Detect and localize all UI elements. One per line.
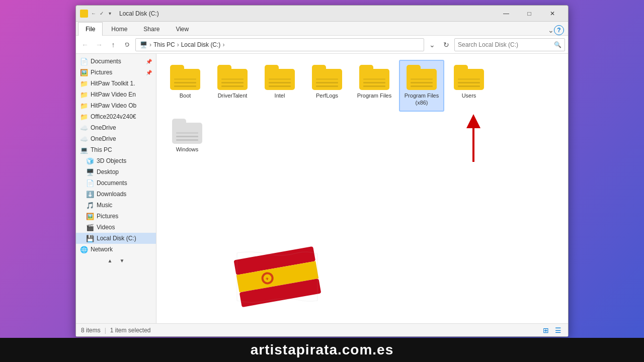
refresh-button[interactable]: ↻ — [440, 39, 452, 51]
file-area: Boot DriverTalent — [156, 54, 568, 323]
tab-home[interactable]: Home — [104, 22, 135, 36]
hitpaw-video-ob-icon: 📁 — [80, 102, 88, 110]
sidebar-item-documents[interactable]: 📄 Documents — [76, 177, 156, 189]
minimize-button[interactable]: — — [495, 6, 518, 22]
status-separator: | — [105, 327, 106, 334]
folder-program-files-icon — [359, 65, 389, 90]
ribbon-expand-icon[interactable]: ⌄ — [548, 26, 554, 34]
hitpaw-video-en-icon: 📁 — [80, 90, 88, 99]
ribbon: File Home Share View ⌄ ? — [76, 22, 568, 36]
sidebar-item-hitpaw-video-en[interactable]: 📁 HitPaw Video En — [76, 89, 156, 100]
folder-users-icon — [454, 65, 484, 90]
folder-drivertalent-label: DriverTalent — [218, 92, 248, 99]
file-explorer-window: ← ✓ ▾ Local Disk (C:) — □ ✕ File Home Sh… — [75, 5, 569, 337]
sidebar-item-videos[interactable]: 🎬 Videos — [76, 222, 156, 233]
pin-icon: 📌 — [146, 59, 152, 64]
close-button[interactable]: ✕ — [541, 6, 564, 22]
folder-program-files-x86[interactable]: Program Files(x86) — [399, 60, 444, 112]
sidebar-item-music[interactable]: 🎵 Music — [76, 200, 156, 211]
tab-file[interactable]: File — [78, 22, 103, 36]
sidebar-item-office2024[interactable]: 📁 Office2024v240€ — [76, 111, 156, 122]
forward-button[interactable]: → — [93, 39, 105, 51]
folder-perflogs[interactable]: PerfLogs — [304, 60, 350, 112]
sidebar-item-hitpaw-video-ob[interactable]: 📁 HitPaw Video Ob — [76, 100, 156, 111]
tab-share[interactable]: Share — [136, 22, 167, 36]
quick-access-toolbar: ← ✓ ▾ — [90, 10, 113, 17]
address-computer-icon: 🖥️ — [140, 41, 147, 48]
sidebar-item-downloads[interactable]: ⬇️ Downloads — [76, 189, 156, 200]
sidebar-label-pictures: Pictures — [97, 213, 118, 220]
sidebar-label-videos: Videos — [97, 224, 115, 231]
folder-program-files[interactable]: Program Files — [352, 60, 397, 112]
folder-program-files-x86-label: Program Files(x86) — [405, 92, 439, 107]
sidebar-item-this-pc[interactable]: 💻 This PC — [76, 144, 156, 155]
back-button[interactable]: ← — [79, 39, 91, 51]
window-controls: — □ ✕ — [495, 6, 564, 22]
tab-view[interactable]: View — [168, 22, 196, 36]
folder-program-files-label: Program Files — [357, 92, 391, 99]
3d-objects-icon: 🧊 — [86, 157, 94, 165]
address-path[interactable]: 🖥️ › This PC › Local Disk (C:) › — [135, 38, 424, 51]
sidebar-item-onedrive-2[interactable]: ☁️ OneDrive — [76, 133, 156, 144]
sidebar-label-documents: Documents — [97, 179, 127, 187]
sidebar-label-desktop: Desktop — [97, 168, 119, 175]
onedrive-2-icon: ☁️ — [80, 135, 88, 143]
pictures-icon: 🖼️ — [86, 212, 94, 220]
pin-icon-2: 📌 — [146, 70, 152, 75]
downloads-icon: ⬇️ — [86, 190, 94, 198]
sidebar-item-desktop[interactable]: 🖥️ Desktop — [76, 166, 156, 177]
address-bar: ← → ↑ 🖥️ › This PC › Local Disk (C:) › ⌄… — [76, 36, 568, 54]
folder-intel-label: Intel — [275, 92, 285, 99]
sidebar-item-onedrive-1[interactable]: ☁️ OneDrive — [76, 122, 156, 133]
large-icons-view-button[interactable]: ⊞ — [541, 325, 551, 335]
sidebar-item-documents-pin[interactable]: 📄 Documents 📌 — [76, 56, 156, 67]
sidebar-label-3d-objects: 3D Objects — [97, 157, 126, 164]
folder-drivertalent[interactable]: DriverTalent — [210, 60, 255, 112]
file-grid: Boot DriverTalent — [163, 60, 562, 112]
search-box[interactable]: 🔍 — [454, 38, 565, 51]
network-icon: 🌐 — [80, 245, 88, 253]
help-button[interactable]: ? — [554, 25, 564, 35]
path-local-disk[interactable]: Local Disk (C:) — [181, 41, 221, 48]
back-qa-icon[interactable]: ← — [90, 10, 97, 17]
scroll-down-arrow[interactable]: ▼ — [119, 257, 126, 264]
search-icon[interactable]: 🔍 — [554, 41, 561, 48]
folder-intel[interactable]: Intel — [257, 60, 302, 112]
sidebar-item-pictures[interactable]: 🖼️ Pictures — [76, 211, 156, 222]
hitpaw-toolkit-icon: 📁 — [80, 79, 88, 87]
title-bar: ← ✓ ▾ Local Disk (C:) — □ ✕ — [76, 6, 568, 22]
folder-drivertalent-icon — [217, 65, 248, 90]
sidebar-item-local-disk-c[interactable]: 💾 Local Disk (C:) — [76, 233, 156, 244]
sidebar-item-hitpaw-toolkit[interactable]: 📁 HitPaw Toolkit 1. — [76, 78, 156, 89]
dropdown-arrow-button[interactable]: ⌄ — [426, 39, 438, 51]
search-input[interactable] — [458, 41, 554, 48]
sidebar-label-hitpaw-video-en: HitPaw Video En — [91, 91, 136, 98]
pictures-pin-icon: 🖼️ — [80, 68, 88, 76]
folder-boot[interactable]: Boot — [163, 60, 208, 112]
file-grid-row2: Windows — [163, 114, 562, 158]
scroll-up-arrow[interactable]: ▲ — [107, 257, 114, 264]
documents-pin-icon: 📄 — [80, 57, 88, 65]
address-bar-right: ⌄ ↻ 🔍 — [426, 38, 565, 51]
folder-users-label: Users — [462, 92, 476, 99]
pin-qa-icon[interactable]: ▾ — [106, 10, 113, 17]
folder-users[interactable]: Users — [446, 60, 492, 112]
maximize-button[interactable]: □ — [518, 6, 541, 22]
path-this-pc[interactable]: This PC — [153, 41, 175, 48]
folder-windows[interactable]: Windows — [165, 114, 210, 158]
this-pc-icon: 💻 — [80, 146, 88, 154]
sidebar-item-pictures-pin[interactable]: 🖼️ Pictures 📌 — [76, 67, 156, 78]
desktop-icon: 🖥️ — [86, 168, 94, 176]
details-view-button[interactable]: ☰ — [553, 325, 563, 335]
folder-windows-label: Windows — [176, 146, 199, 153]
folder-intel-icon — [265, 65, 295, 90]
sidebar-label-this-pc: This PC — [91, 146, 112, 153]
up-button[interactable]: ↑ — [107, 39, 119, 51]
sidebar-item-3d-objects[interactable]: 🧊 3D Objects — [76, 155, 156, 166]
sidebar-item-network[interactable]: 🌐 Network — [76, 244, 156, 255]
sidebar-label-pictures-pin: Pictures — [91, 69, 112, 76]
checkmark-qa-icon[interactable]: ✓ — [98, 10, 105, 17]
recent-locations-button[interactable] — [121, 39, 133, 51]
main-content: 📄 Documents 📌 🖼️ Pictures 📌 📁 HitPaw Too… — [76, 54, 568, 323]
music-icon: 🎵 — [86, 201, 94, 209]
